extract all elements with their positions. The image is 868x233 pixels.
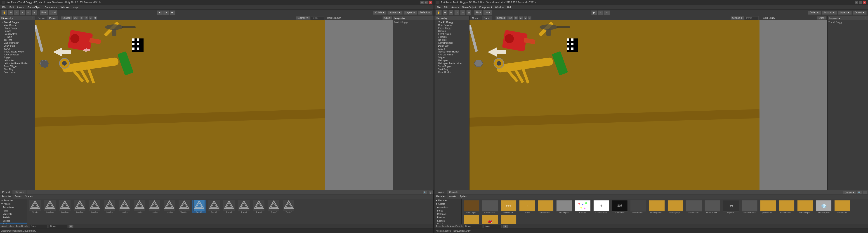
right-project-options-btn[interactable]: ⋮ xyxy=(863,191,867,194)
right-menu-file[interactable]: File xyxy=(435,5,442,9)
sprite-smoke[interactable]: 💨 SmokeSprite xyxy=(815,200,833,214)
hierarchy-item-canvas[interactable]: Canvas xyxy=(0,30,35,33)
right-project-search-btn[interactable]: 🔍 xyxy=(857,191,862,194)
hierarchy-item-tracks[interactable]: ▶ Tracks xyxy=(0,35,35,38)
right-create-btn[interactable]: Create ▼ xyxy=(843,191,856,194)
sidebar-materials[interactable]: Materials xyxy=(0,212,27,216)
right-2d-btn[interactable]: 2D xyxy=(507,16,513,20)
hierarchy-item-gamemanager[interactable]: GameManager xyxy=(0,41,35,44)
right-hierarchy-track1route[interactable]: Track1 Route Holder xyxy=(434,50,469,53)
sidebar-favorites[interactable]: ▼ Favorites xyxy=(0,199,27,202)
right-toolbar-scale-btn[interactable]: ⤢ xyxy=(454,10,459,15)
pause-button[interactable]: ⏸ xyxy=(163,10,169,15)
right-toolbar-local-btn[interactable]: Local xyxy=(483,10,492,15)
asset-track2-1[interactable]: Track1 xyxy=(252,200,266,213)
scenes-nav[interactable]: Scenes xyxy=(23,195,34,199)
right-hierarchy-gamemanager[interactable]: GameManager xyxy=(434,41,469,44)
right-minimize-button[interactable]: ─ xyxy=(855,1,858,4)
right-sidebar-fonts[interactable]: Fonts xyxy=(434,209,461,212)
layers-button[interactable]: Layers ▼ xyxy=(403,11,417,15)
right-hierarchy-trigger[interactable]: Trigger xyxy=(434,56,469,59)
asset-loading-1[interactable]: Loading xyxy=(43,200,57,213)
hierarchy-item-soundtrigger[interactable]: SoundTrigger xyxy=(0,65,35,68)
hierarchy-item-trigger[interactable]: Trigger xyxy=(0,56,35,59)
right-hierarchy-soundtrigger[interactable]: SoundTrigger xyxy=(434,65,469,68)
hierarchy-options-icon[interactable]: ⋮ xyxy=(31,17,33,19)
lighting-btn[interactable]: ☀ xyxy=(79,16,84,20)
right-hierarchy-321go[interactable]: 321Go xyxy=(434,47,469,50)
menu-window[interactable]: Window xyxy=(59,5,71,9)
inspector-options-icon[interactable]: ⋮ xyxy=(430,17,432,19)
right-default-button[interactable]: Default ▼ xyxy=(852,11,867,15)
right-hierarchy-helicopter[interactable]: Helicopter xyxy=(434,59,469,62)
default-button[interactable]: Default ▼ xyxy=(418,11,432,15)
right-assets-nav[interactable]: Assets xyxy=(447,195,458,199)
right-menu-component[interactable]: Component xyxy=(477,5,493,9)
right-favorites-nav[interactable]: Favorites xyxy=(434,195,447,199)
asset-loading-3[interactable]: Loading xyxy=(73,200,87,213)
right-scene-count[interactable]: 0 xyxy=(528,16,531,20)
hierarchy-root[interactable]: ▼ Track1 Buggy xyxy=(0,21,35,24)
gizmos-btn[interactable]: Gizmos ▼ xyxy=(296,16,310,20)
game-open-btn[interactable]: Open xyxy=(382,16,392,20)
right-bundle-input[interactable] xyxy=(464,225,482,228)
hierarchy-item-maincamera[interactable]: Main Camera xyxy=(0,24,35,27)
sprite-carexplosion[interactable]: car+explosi... xyxy=(537,200,555,214)
sprite-policesprit[interactable]: police+sprit... xyxy=(759,200,777,214)
right-hierarchy-eventsystem[interactable]: EventSystem xyxy=(434,33,469,35)
asset-maxme[interactable]: MaxMe... xyxy=(177,200,191,213)
collab-button[interactable]: Collab ▼ xyxy=(373,11,386,15)
left-right-input[interactable] xyxy=(49,225,67,228)
asset-track2-3[interactable]: Track2 xyxy=(282,200,296,213)
sprite-mainmenu2[interactable]: MainMenu+... xyxy=(704,200,721,214)
step-button[interactable]: ⏭ xyxy=(169,10,176,15)
hierarchy-item-startflag[interactable]: Start Flag xyxy=(0,68,35,71)
right-right-input[interactable] xyxy=(484,225,502,228)
right-toolbar-pivot-btn[interactable]: Pivot xyxy=(474,10,483,15)
toolbar-rotate-btn[interactable]: ↻ xyxy=(14,10,19,15)
toolbar-pivot-btn[interactable]: Pivot xyxy=(40,10,48,15)
right-sidebar-prefabs[interactable]: Prefabs xyxy=(434,216,461,219)
right-step-button[interactable]: ⏭ xyxy=(604,10,610,15)
right-hierarchy-playerbuggy[interactable]: Player Buggy xyxy=(434,27,469,30)
right-hierarchy-root[interactable]: ▼ Track1 Buggy xyxy=(434,21,469,24)
hierarchy-item-helicopterroute[interactable]: Helicopter Route Holder xyxy=(0,62,35,65)
right-layers-button[interactable]: Layers ▼ xyxy=(838,11,852,15)
right-sidebar-favorites[interactable]: ▼ Favorites xyxy=(434,199,461,202)
right-account-button[interactable]: Account ▼ xyxy=(822,11,837,15)
right-game-viewport[interactable] xyxy=(760,20,827,190)
right-menu-gameobject[interactable]: GameObject xyxy=(461,5,477,9)
toolbar-multi-btn[interactable]: ⊞ xyxy=(32,10,37,15)
right-project-tab[interactable]: Project xyxy=(434,190,447,195)
sprite-321go[interactable]: 3+2+1 3+2+1+Go+... xyxy=(500,200,518,214)
right-lighting-btn[interactable]: ☀ xyxy=(514,16,518,20)
sprite-loadingspl[interactable]: Loading+spl... xyxy=(666,200,684,214)
asset-loading-9[interactable]: Loading xyxy=(162,200,176,213)
sprite-rccar[interactable]: rc+car+Spri... xyxy=(796,200,814,214)
shaded-btn[interactable]: Shaded xyxy=(61,16,72,20)
left-scene-viewport[interactable] xyxy=(35,20,325,190)
right-hierarchy-aicar[interactable]: ▶AI Car Holder xyxy=(434,53,469,56)
right-hierarchy-canvas[interactable]: Canvas xyxy=(434,30,469,33)
favorites-nav[interactable]: Favorites xyxy=(0,195,13,199)
project-tab[interactable]: Project xyxy=(0,190,12,195)
sprite-loadingbac[interactable]: Loading+bac... xyxy=(648,200,666,214)
asset-loading-4[interactable]: Loading xyxy=(88,200,102,213)
sprite-vehicle[interactable]: 🚗 Vehicle xyxy=(481,215,499,224)
sprite-arrow[interactable]: → Arrow xyxy=(518,200,536,214)
sidebar-assets[interactable]: ▼ Assets xyxy=(0,202,27,206)
right-gizmos-btn[interactable]: Gizmos ▼ xyxy=(731,16,744,20)
sidebar-animations[interactable]: Animations xyxy=(0,206,27,209)
right-play-button[interactable]: ▶ xyxy=(591,10,597,15)
right-inspector-options-icon[interactable]: ⋮ xyxy=(864,17,867,19)
toolbar-local-btn[interactable]: Local xyxy=(49,10,57,15)
menu-component[interactable]: Component xyxy=(43,5,59,9)
hierarchy-item-playerbuggy[interactable]: Player Buggy xyxy=(0,27,35,30)
right-hierarchy-helicopterroute[interactable]: Helicopter Route Holder xyxy=(434,62,469,65)
right-menu-help[interactable]: Help xyxy=(506,5,514,9)
right-menu-edit[interactable]: Edit xyxy=(442,5,450,9)
toolbar-move-btn[interactable]: ✛ xyxy=(8,10,13,15)
hierarchy-item-track1route[interactable]: Track1 Route Holder xyxy=(0,50,35,53)
right-sidebar-materials[interactable]: Materials xyxy=(434,212,461,216)
right-sprites-nav[interactable]: Sprites xyxy=(458,195,468,199)
